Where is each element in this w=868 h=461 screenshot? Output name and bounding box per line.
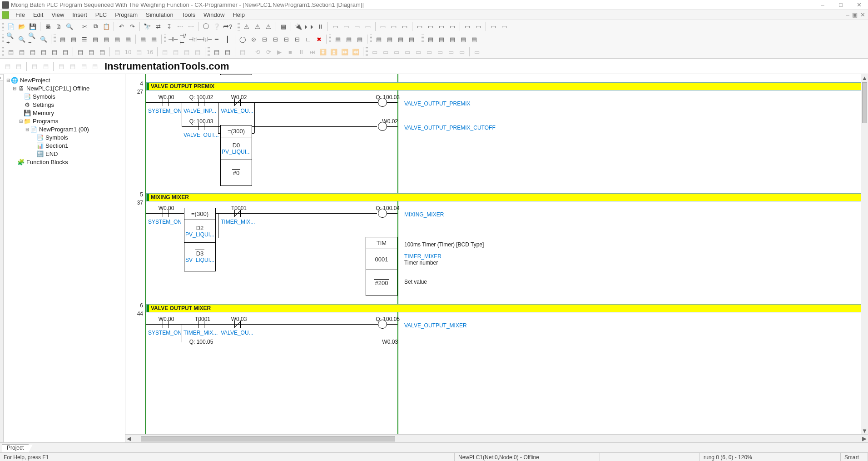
toolbar-icon[interactable]: ▤ xyxy=(60,47,70,57)
menu-simulation[interactable]: Simulation xyxy=(142,10,177,19)
toolbar-icon[interactable]: ▤ xyxy=(385,34,395,44)
cut-icon[interactable]: ✂ xyxy=(79,21,89,31)
coil-icon[interactable]: ◯ xyxy=(238,34,248,44)
toolbar-icon[interactable]: ▤ xyxy=(17,47,27,57)
menu-help[interactable]: Help xyxy=(229,10,248,19)
toolbar-icon[interactable]: ▭ xyxy=(378,21,388,31)
print-icon[interactable]: 🖶 xyxy=(43,21,53,31)
tree-program-symbols[interactable]: 📑Symbols xyxy=(5,133,125,141)
toolbar-grip[interactable] xyxy=(2,47,4,56)
toolbar-icon[interactable]: ▤ xyxy=(278,21,288,31)
project-tab[interactable]: Project xyxy=(2,444,29,452)
toolbar-grip[interactable] xyxy=(208,47,210,56)
scroll-down-icon[interactable]: ▼ xyxy=(861,427,868,434)
scroll-up-icon[interactable]: ▲ xyxy=(861,74,868,81)
pause-icon[interactable]: ⏸ xyxy=(315,21,325,31)
toolbar-icon[interactable]: ▤ xyxy=(123,34,133,44)
toolbar-icon[interactable]: ⊟ xyxy=(259,34,269,44)
replace-icon[interactable]: ⇄ xyxy=(153,21,163,31)
info-icon[interactable]: ⓘ xyxy=(201,21,211,31)
toolbar-icon[interactable]: ▭ xyxy=(436,21,446,31)
ladder-contact-no[interactable] xyxy=(160,210,172,217)
toolbar-icon[interactable]: ▤ xyxy=(69,34,79,44)
ladder-contact-no[interactable] xyxy=(195,99,207,106)
tree-symbols[interactable]: 📑Symbols xyxy=(5,92,125,100)
ladder-contact-no[interactable] xyxy=(160,321,172,328)
undo-icon[interactable]: ↶ xyxy=(116,21,126,31)
minimize-button[interactable]: – xyxy=(813,0,832,10)
scroll-left-icon[interactable]: ◀ xyxy=(125,435,133,442)
tree-root[interactable]: ⊟🌐NewProject xyxy=(5,76,125,84)
toolbar-icon[interactable]: ☰ xyxy=(79,34,89,44)
rung-header[interactable]: MIXING MIXER xyxy=(146,193,868,201)
toolbar-grip[interactable] xyxy=(54,35,56,44)
menu-edit[interactable]: Edit xyxy=(30,10,47,19)
zoom-in-icon[interactable]: 🔍+ xyxy=(6,34,16,44)
toolbar-icon[interactable]: ▤ xyxy=(458,34,468,44)
menu-view[interactable]: View xyxy=(48,10,68,19)
online-icon[interactable]: 🔌 xyxy=(293,21,303,31)
toolbar-icon[interactable]: ▤ xyxy=(97,47,107,57)
toolbar-icon[interactable]: ▭ xyxy=(462,21,472,31)
horizontal-scrollbar[interactable]: ◀ ▶ xyxy=(125,434,868,442)
open-icon[interactable]: 📂 xyxy=(17,21,27,31)
toolbar-icon[interactable]: ▭ xyxy=(389,21,399,31)
tree-function-blocks[interactable]: 🧩Function Blocks xyxy=(5,158,125,166)
toolbar-icon[interactable]: ▤ xyxy=(6,47,16,57)
maximize-button[interactable]: □ xyxy=(832,0,850,10)
toolbar-icon[interactable]: ▤ xyxy=(344,34,354,44)
toolbar-grip[interactable] xyxy=(164,35,166,44)
tree-settings[interactable]: ⚙Settings xyxy=(5,100,125,109)
project-tree[interactable]: ⊟🌐NewProject ⊟🖥NewPLC1[CP1L] Offline 📑Sy… xyxy=(4,74,125,442)
menu-file[interactable]: File xyxy=(12,10,29,19)
toolbar-icon[interactable]: ⏵⏵ xyxy=(304,21,314,31)
toolbar-icon[interactable]: ⊟ xyxy=(281,34,291,44)
mdi-close-icon[interactable]: ✕ xyxy=(860,11,865,18)
warning-icon[interactable]: ⚠ xyxy=(242,21,252,31)
delete-icon[interactable]: ✖ xyxy=(314,34,324,44)
ladder-coil[interactable] xyxy=(378,122,387,131)
toolbar-icon[interactable]: ∟ xyxy=(303,34,313,44)
contact-n-icon[interactable]: ⊣↓⊢ xyxy=(201,34,211,44)
context-help-icon[interactable]: ⮫? xyxy=(223,21,233,31)
toolbar-icon[interactable]: ▤ xyxy=(58,34,68,44)
sidebar-close-icon[interactable]: × xyxy=(0,75,4,81)
toolbar-icon[interactable]: ▤ xyxy=(426,34,436,44)
toolbar-icon[interactable]: ⋯ xyxy=(175,21,185,31)
vertical-scrollbar[interactable]: ▲ ▼ xyxy=(861,74,868,434)
toolbar-icon[interactable]: ▤ xyxy=(39,47,49,57)
find-icon[interactable]: 🔍 xyxy=(64,21,74,31)
binoculars-icon[interactable]: 🔭 xyxy=(142,21,152,31)
rung-header[interactable]: VALVE OUTPUT MIXER xyxy=(146,304,868,312)
mdi-restore-icon[interactable]: ▣ xyxy=(852,11,858,18)
toolbar-grip[interactable] xyxy=(2,22,4,31)
toolbar-icon[interactable]: ▤ xyxy=(374,34,384,44)
toolbar-icon[interactable]: ▭ xyxy=(447,21,457,31)
ladder-diagram[interactable]: VALVE OUTPUT PREMIX W0.00 SYSTEM_ON Q: 1… xyxy=(145,74,868,434)
ladder-compare-box[interactable]: =(300) D2 PV_LIQUI... D3 SV_LIQUI... xyxy=(184,208,216,271)
tree-program[interactable]: ⊟📄NewProgram1 (00) xyxy=(5,125,125,133)
toolbar-grip[interactable] xyxy=(238,22,240,31)
ladder-contact-nc[interactable] xyxy=(232,210,243,217)
save-icon[interactable]: 💾 xyxy=(28,21,38,31)
toolbar-icon[interactable]: ▤ xyxy=(396,34,406,44)
toolbar-icon[interactable]: ▭ xyxy=(341,21,351,31)
toolbar-icon[interactable]: ⊟ xyxy=(270,34,280,44)
toolbar-icon[interactable]: ▤ xyxy=(407,34,417,44)
toolbar-icon[interactable]: ▤ xyxy=(333,34,343,44)
toolbar-icon[interactable]: ▤ xyxy=(138,34,148,44)
toolbar-icon[interactable]: ▤ xyxy=(355,34,365,44)
ladder-contact-nc[interactable] xyxy=(232,321,243,328)
ladder-compare-box[interactable]: =(300) D0 PV_LIQUI... #0 xyxy=(220,125,252,186)
ladder-contact-no[interactable] xyxy=(195,321,207,328)
rung-header[interactable]: VALVE OUTPUT PREMIX xyxy=(146,82,868,90)
toolbar-grip[interactable] xyxy=(366,47,368,56)
toolbar-icon[interactable]: ▤ xyxy=(101,34,111,44)
tree-programs[interactable]: ⊟📁Programs xyxy=(5,117,125,125)
close-button[interactable]: ✕ xyxy=(850,0,868,10)
toolbar-icon[interactable]: ⋯ xyxy=(186,21,196,31)
copy-icon[interactable]: ⧉ xyxy=(90,21,100,31)
scroll-right-icon[interactable]: ▶ xyxy=(861,435,868,442)
contact-no-icon[interactable]: ⊣⊢ xyxy=(168,34,178,44)
menu-window[interactable]: Window xyxy=(200,10,228,19)
